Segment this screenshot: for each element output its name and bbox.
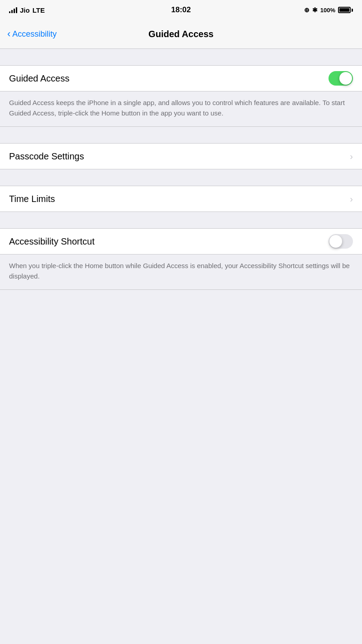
passcode-settings-group: Passcode Settings › bbox=[0, 143, 362, 169]
time-limits-row[interactable]: Time Limits › bbox=[0, 186, 362, 211]
signal-icon bbox=[9, 7, 17, 13]
bluetooth-icon: ✱ bbox=[312, 6, 318, 14]
accessibility-shortcut-label: Accessibility Shortcut bbox=[9, 236, 95, 247]
top-spacer bbox=[0, 49, 362, 65]
guided-access-description: Guided Access keeps the iPhone in a sing… bbox=[9, 99, 345, 117]
accessibility-shortcut-description: When you triple-click the Home button wh… bbox=[9, 262, 350, 280]
guided-access-row: Guided Access bbox=[0, 66, 362, 91]
battery-percent-label: 100% bbox=[320, 7, 335, 14]
guided-access-toggle[interactable] bbox=[329, 71, 353, 86]
network-label: LTE bbox=[33, 6, 45, 14]
accessibility-shortcut-description-box: When you triple-click the Home button wh… bbox=[0, 255, 362, 290]
status-left: Jio LTE bbox=[9, 6, 45, 14]
back-chevron-icon: ‹ bbox=[7, 29, 10, 39]
time-limits-chevron-icon: › bbox=[350, 194, 353, 204]
toggle-knob bbox=[339, 72, 352, 85]
guided-access-label: Guided Access bbox=[9, 73, 69, 84]
time-label: 18:02 bbox=[171, 5, 191, 14]
accessibility-shortcut-toggle[interactable] bbox=[329, 234, 353, 249]
time-limits-label: Time Limits bbox=[9, 194, 55, 204]
accessibility-shortcut-group: Accessibility Shortcut bbox=[0, 228, 362, 255]
passcode-settings-label: Passcode Settings bbox=[9, 151, 84, 162]
spacer-2 bbox=[0, 169, 362, 186]
guided-access-description-box: Guided Access keeps the iPhone in a sing… bbox=[0, 91, 362, 127]
passcode-settings-chevron-icon: › bbox=[350, 151, 353, 162]
spacer-3 bbox=[0, 212, 362, 228]
accessibility-shortcut-row: Accessibility Shortcut bbox=[0, 229, 362, 254]
back-label: Accessibility bbox=[12, 29, 57, 39]
time-limits-group: Time Limits › bbox=[0, 186, 362, 212]
nav-bar: ‹ Accessibility Guided Access bbox=[0, 20, 362, 49]
accessibility-shortcut-toggle-knob bbox=[329, 235, 342, 248]
back-button[interactable]: ‹ Accessibility bbox=[7, 29, 57, 39]
main-content: Guided Access Guided Access keeps the iP… bbox=[0, 49, 362, 308]
guided-access-group: Guided Access bbox=[0, 65, 362, 91]
status-bar: Jio LTE 18:02 ⊕ ✱ 100% bbox=[0, 0, 362, 20]
carrier-label: Jio bbox=[20, 6, 30, 14]
battery-icon bbox=[338, 7, 353, 13]
status-right: ⊕ ✱ 100% bbox=[304, 6, 353, 14]
passcode-settings-row[interactable]: Passcode Settings › bbox=[0, 144, 362, 169]
lock-icon: ⊕ bbox=[304, 6, 310, 14]
page-title: Guided Access bbox=[148, 29, 214, 39]
spacer-1 bbox=[0, 127, 362, 143]
